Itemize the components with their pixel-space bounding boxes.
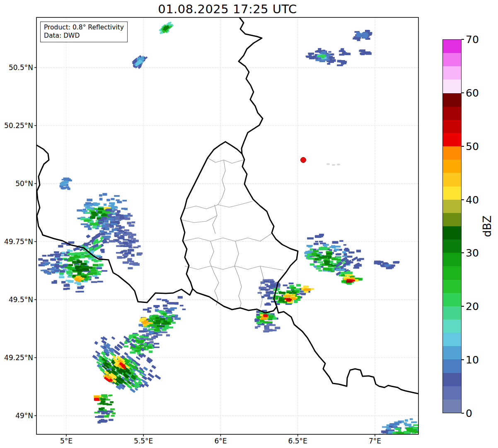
radar-cell-echo-ne-b	[306, 48, 336, 65]
colorbar-segment	[443, 186, 461, 200]
radar-cell-small-echo-nw-blue	[132, 55, 147, 69]
colorbar-segment	[443, 93, 461, 107]
colorbar-segment	[443, 293, 461, 306]
product-info-box: Product: 0.8° Reflectivity Data: DWD	[40, 22, 128, 42]
radar-cell-small-echo-nw-green	[159, 22, 174, 34]
colorbar-segment	[443, 346, 461, 359]
faint-marks	[326, 163, 340, 166]
radar-cell-echo-ne-e	[337, 60, 347, 66]
colorbar-segment	[443, 359, 461, 373]
radar-cell-echo-ne-a	[353, 30, 372, 41]
colorbar-segment	[443, 320, 461, 333]
colorbar-segment	[443, 266, 461, 279]
colorbar-segment	[443, 386, 461, 400]
colorbar-segment	[443, 66, 461, 80]
data-source-line: Data: DWD	[44, 31, 124, 40]
colorbar-segment	[443, 280, 461, 293]
colorbar-segment	[443, 400, 461, 413]
radar-cell-se-blue-dashes	[374, 261, 400, 269]
colorbar	[442, 39, 462, 413]
radar-cell-se-sw-end-cell	[254, 310, 280, 333]
radar-cell-se-line-ne-fan	[304, 234, 364, 276]
colorbar-tick	[462, 199, 464, 200]
colorbar-tick	[462, 92, 464, 93]
colorbar-tick	[462, 306, 464, 307]
radar-figure-page: 01.08.2025 17:25 UTC Product: 0.8° Refle…	[0, 0, 498, 448]
colorbar-segment	[443, 53, 461, 66]
radar-cell-nw-storm-west-arm	[38, 253, 68, 274]
radar-cell-corner-echo-se	[379, 418, 428, 438]
colorbar-segment	[443, 146, 461, 160]
radar-station-marker	[301, 157, 306, 163]
radar-map	[0, 0, 498, 448]
colorbar-segment	[443, 333, 461, 346]
radar-cell-echo-ne-d	[359, 49, 372, 55]
colorbar-segment	[443, 120, 461, 133]
colorbar-segment	[443, 200, 461, 213]
colorbar-segment	[443, 80, 461, 93]
colorbar-tick	[462, 413, 464, 414]
colorbar-tick	[462, 359, 464, 360]
colorbar-segment	[443, 173, 461, 186]
colorbar-segment	[443, 160, 461, 173]
map-content	[36, 17, 428, 438]
colorbar-tick	[462, 39, 464, 40]
radar-cell-echo-w-blue-dot	[60, 177, 72, 190]
radar-cell-nw-storm-north-lobe	[77, 193, 129, 230]
radar-cell-nw-storm-blue-streaks	[116, 229, 143, 269]
colorbar-segment	[443, 133, 461, 146]
radar-cell-echo-ne-c	[339, 48, 351, 56]
colorbar-segment	[443, 253, 461, 266]
colorbar-tick	[462, 252, 464, 253]
colorbar-segment	[443, 240, 461, 253]
colorbar-segment	[443, 373, 461, 386]
colorbar-segment	[443, 40, 461, 53]
colorbar-segment	[443, 226, 461, 240]
radar-cell-se-cell-east-core	[338, 271, 363, 285]
colorbar-segment	[443, 306, 461, 320]
product-line: Product: 0.8° Reflectivity	[44, 23, 124, 31]
colorbar-segment	[443, 107, 461, 120]
colorbar-tick	[462, 146, 464, 147]
colorbar-segment	[443, 213, 461, 226]
